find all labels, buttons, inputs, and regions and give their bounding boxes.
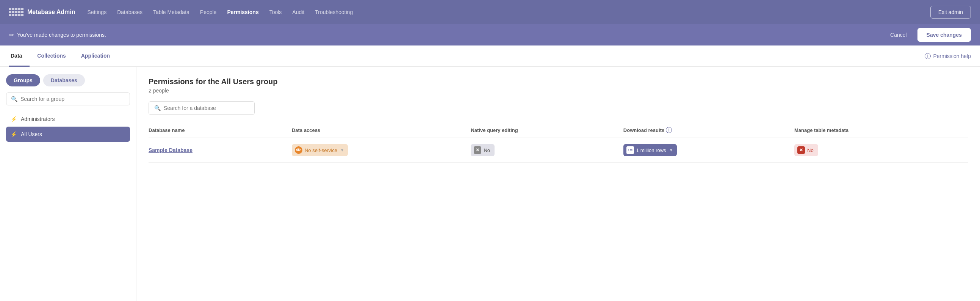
- brand-name: Metabase Admin: [27, 9, 75, 16]
- tab-application[interactable]: Application: [73, 46, 118, 67]
- nav-settings[interactable]: Settings: [88, 8, 107, 17]
- cell-download: 1M 1 million rows ▾: [624, 138, 794, 162]
- groups-toggle-button[interactable]: Groups: [6, 74, 40, 86]
- save-changes-button[interactable]: Save changes: [918, 28, 971, 42]
- sidebar: Groups Databases 🔍 ⚡ Administrators ⚡ Al…: [0, 67, 137, 301]
- data-access-icon: 👁: [295, 147, 302, 154]
- th-native-query: Native query editing: [471, 124, 623, 138]
- th-download: Download results i: [624, 124, 794, 138]
- cancel-button[interactable]: Cancel: [884, 29, 913, 41]
- download-chevron: ▾: [670, 148, 672, 153]
- banner-message: You've made changes to permissions.: [17, 32, 106, 38]
- main-panel: Permissions for the All Users group 2 pe…: [137, 67, 980, 301]
- manage-metadata-badge[interactable]: ✕ No: [794, 144, 818, 156]
- nav-troubleshooting[interactable]: Troubleshooting: [315, 8, 353, 17]
- changes-banner: ✏ You've made changes to permissions. Ca…: [0, 24, 980, 46]
- download-info-icon[interactable]: i: [666, 127, 672, 133]
- download-label: 1 million rows: [636, 148, 666, 153]
- group-search-box: 🔍: [6, 92, 130, 105]
- table-header-row: Database name Data access Native query e…: [148, 124, 968, 138]
- brand: Metabase Admin: [9, 8, 75, 16]
- permission-help-label: Permission help: [933, 53, 971, 59]
- db-link-sample[interactable]: Sample Database: [148, 147, 192, 153]
- manage-metadata-label: No: [807, 148, 814, 153]
- download-icon: 1M: [627, 147, 634, 154]
- sidebar-toggle: Groups Databases: [6, 74, 130, 86]
- db-search-input[interactable]: [164, 105, 249, 111]
- content-layout: Groups Databases 🔍 ⚡ Administrators ⚡ Al…: [0, 67, 980, 301]
- native-query-label: No: [484, 148, 490, 153]
- db-search-box: 🔍: [148, 101, 255, 115]
- data-access-badge[interactable]: 👁 No self-service ▾: [292, 144, 348, 156]
- group-item-administrators[interactable]: ⚡ Administrators: [6, 111, 130, 127]
- th-manage-metadata: Manage table metadata: [794, 124, 968, 138]
- search-icon: 🔍: [11, 96, 18, 102]
- group-list: ⚡ Administrators ⚡ All Users: [6, 111, 130, 142]
- th-data-access: Data access: [292, 124, 471, 138]
- exit-admin-button[interactable]: Exit admin: [931, 6, 971, 19]
- tabs-bar: Data Collections Application i Permissio…: [0, 46, 980, 67]
- banner-text: ✏ You've made changes to permissions.: [9, 32, 880, 39]
- group-search-input[interactable]: [21, 96, 125, 102]
- data-access-chevron: ▾: [341, 148, 343, 153]
- download-badge[interactable]: 1M 1 million rows ▾: [624, 144, 677, 156]
- nav-links: Settings Databases Table Metadata People…: [88, 8, 918, 17]
- nav-tools[interactable]: Tools: [269, 8, 282, 17]
- cell-data-access: 👁 No self-service ▾: [292, 138, 471, 162]
- db-search-icon: 🔍: [154, 105, 161, 111]
- info-icon: i: [925, 53, 931, 59]
- permissions-table: Database name Data access Native query e…: [148, 124, 968, 162]
- th-db-name: Database name: [148, 124, 292, 138]
- group-label-administrators: Administrators: [21, 116, 54, 122]
- tabs-left: Data Collections Application: [9, 46, 118, 66]
- tab-data[interactable]: Data: [9, 46, 30, 67]
- bolt-icon-active: ⚡: [11, 131, 17, 137]
- pencil-icon: ✏: [9, 32, 14, 39]
- group-item-all-users[interactable]: ⚡ All Users: [6, 127, 130, 142]
- cell-manage-metadata: ✕ No: [794, 138, 968, 162]
- nav-databases[interactable]: Databases: [117, 8, 143, 17]
- top-nav: Metabase Admin Settings Databases Table …: [0, 0, 980, 24]
- databases-toggle-button[interactable]: Databases: [43, 74, 85, 86]
- bolt-icon: ⚡: [11, 116, 17, 122]
- panel-subtitle: 2 people: [148, 88, 968, 94]
- data-access-label: No self-service: [305, 148, 337, 153]
- cell-db-name: Sample Database: [148, 138, 292, 162]
- tab-collections[interactable]: Collections: [30, 46, 73, 67]
- nav-table-metadata[interactable]: Table Metadata: [153, 8, 189, 17]
- native-query-badge[interactable]: ✕ No: [471, 144, 495, 156]
- native-query-icon: ✕: [474, 147, 481, 154]
- nav-people[interactable]: People: [200, 8, 217, 17]
- cell-native-query: ✕ No: [471, 138, 623, 162]
- table-row: Sample Database 👁 No self-service ▾ ✕: [148, 138, 968, 162]
- main-container: Data Collections Application i Permissio…: [0, 46, 980, 301]
- group-label-all-users: All Users: [21, 131, 42, 137]
- nav-permissions[interactable]: Permissions: [227, 8, 258, 17]
- brand-icon: [9, 8, 24, 16]
- manage-metadata-icon: ✕: [797, 147, 805, 154]
- panel-title: Permissions for the All Users group: [148, 77, 968, 86]
- nav-audit[interactable]: Audit: [292, 8, 304, 17]
- permission-help[interactable]: i Permission help: [925, 53, 971, 59]
